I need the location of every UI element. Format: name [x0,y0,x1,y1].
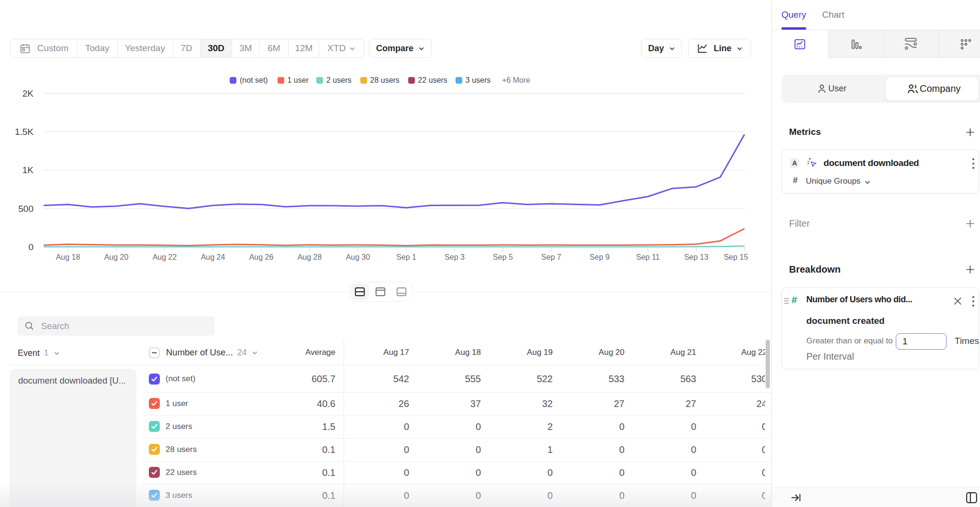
svg-text:Sep 9: Sep 9 [590,253,610,261]
svg-text:Aug 20: Aug 20 [104,253,129,261]
svg-text:1.5K: 1.5K [15,127,33,137]
svg-text:0: 0 [28,242,33,252]
svg-text:Sep 5: Sep 5 [493,253,513,261]
svg-text:Aug 24: Aug 24 [201,253,225,261]
svg-text:2K: 2K [22,88,34,99]
svg-text:Aug 30: Aug 30 [346,253,370,261]
svg-text:Sep 13: Sep 13 [684,253,709,261]
svg-text:Sep 3: Sep 3 [445,253,465,261]
svg-text:Sep 15: Sep 15 [724,253,748,261]
svg-text:Sep 1: Sep 1 [396,253,416,261]
svg-text:Sep 11: Sep 11 [636,253,660,261]
svg-text:500: 500 [18,204,33,214]
svg-text:Aug 26: Aug 26 [249,253,274,261]
svg-text:Aug 18: Aug 18 [56,253,80,261]
svg-text:1K: 1K [22,165,34,175]
svg-text:Sep 7: Sep 7 [541,253,561,261]
svg-text:Aug 28: Aug 28 [298,253,322,261]
svg-text:Aug 22: Aug 22 [153,253,177,261]
